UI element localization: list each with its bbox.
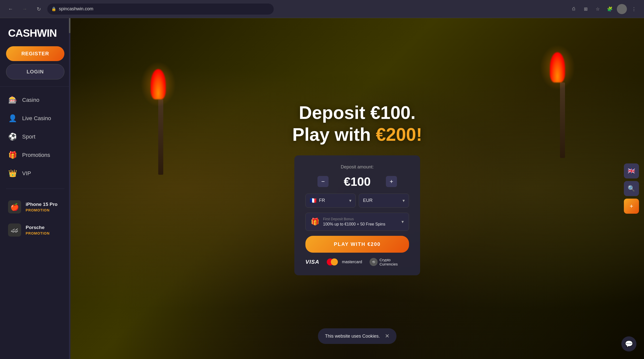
porsche-promo-tag: PROMOTION — [26, 231, 50, 235]
sidebar-item-casino[interactable]: 🎰 Casino — [0, 91, 70, 109]
search-icon: 🔍 — [628, 185, 635, 192]
deposit-card: Deposit amount: − €100 + 🇫🇷 FR ▾ EUR ▾ — [294, 155, 420, 275]
iphone-promo-name: iPhone 15 Pro — [26, 202, 58, 207]
bonus-box[interactable]: 🎁 First Deposit Bonus 100% up to €1000 +… — [305, 213, 409, 231]
browser-address-bar[interactable]: 🔒 spincashwin.com — [47, 4, 274, 15]
sidebar-item-live-casino[interactable]: 👤 Live Casino — [0, 109, 70, 127]
deposit-amount-row: − €100 + — [305, 175, 409, 189]
payment-methods: VISA mastercard ⟲ Crypto Currencies — [305, 258, 409, 266]
register-button[interactable]: REGISTER — [6, 46, 64, 61]
lock-icon: 🔒 — [51, 7, 56, 11]
cookie-notice: This website uses Cookies. ✕ — [318, 328, 396, 344]
browser-refresh-button[interactable]: ↻ — [33, 4, 44, 15]
casino-icon: 🎰 — [8, 96, 17, 104]
chat-button[interactable]: 💬 — [621, 336, 636, 351]
sidebar-logo: CASHWIN — [0, 18, 70, 46]
browser-forward-button[interactable]: → — [19, 4, 30, 15]
browser-extensions-button[interactable]: 🧩 — [605, 4, 615, 14]
deposit-label: Deposit amount: — [305, 164, 409, 170]
content-area: Deposit €100. Play with €200! Deposit am… — [70, 18, 644, 359]
country-chevron-icon: ▾ — [349, 198, 351, 203]
porsche-promo-icon: 🏎 — [8, 223, 21, 237]
bonus-icon: 🎁 — [311, 217, 319, 226]
browser-back-button[interactable]: ← — [5, 4, 16, 15]
sidebar-item-sport[interactable]: ⚽ Sport — [0, 127, 70, 146]
hero-content: Deposit €100. Play with €200! Deposit am… — [70, 18, 644, 359]
browser-cast-button[interactable]: ⎙ — [569, 4, 579, 14]
mastercard-payment: mastercard — [327, 258, 362, 265]
play-button[interactable]: PLAY WITH €200 — [305, 236, 409, 253]
vip-icon: 👑 — [8, 169, 17, 177]
bonus-text: First Deposit Bonus 100% up to €1000 + 5… — [323, 217, 398, 227]
sidebar-divider — [6, 189, 64, 189]
hero-title: Deposit €100. Play with €200! — [292, 102, 422, 145]
sidebar-item-vip[interactable]: 👑 VIP — [0, 164, 70, 183]
search-button[interactable]: 🔍 — [624, 181, 639, 196]
currency-select[interactable]: EUR ▾ — [359, 194, 409, 208]
iphone-promo-item[interactable]: 🍎 iPhone 15 Pro PROMOTION — [0, 196, 70, 218]
sidebar-item-promotions[interactable]: 🎁 Promotions — [0, 146, 70, 164]
sidebar-promotions: 🍎 iPhone 15 Pro PROMOTION 🏎 Porsche PROM… — [0, 191, 70, 246]
sidebar: CASHWIN REGISTER LOGIN 🎰 Casino 👤 Live C… — [0, 18, 70, 359]
right-float-panel: 🇬🇧 🔍 + — [624, 163, 639, 214]
sidebar-scroll-thumb — [69, 18, 70, 33]
language-button[interactable]: 🇬🇧 — [624, 163, 639, 178]
increase-amount-button[interactable]: + — [386, 176, 397, 187]
cookie-message: This website uses Cookies. — [325, 334, 380, 339]
promotions-icon: 🎁 — [8, 151, 17, 159]
mastercard-orange-circle — [331, 258, 338, 265]
sidebar-item-sport-label: Sport — [22, 133, 35, 140]
sidebar-nav: 🎰 Casino 👤 Live Casino ⚽ Sport 🎁 Promoti… — [0, 86, 70, 187]
login-button[interactable]: LOGIN — [6, 64, 64, 79]
sidebar-buttons: REGISTER LOGIN — [0, 46, 70, 86]
bonus-title: First Deposit Bonus — [323, 217, 398, 221]
iphone-promo-icon: 🍎 — [8, 200, 21, 213]
country-flag: 🇫🇷 — [310, 197, 316, 204]
cookie-close-button[interactable]: ✕ — [385, 333, 389, 339]
sport-icon: ⚽ — [8, 132, 17, 141]
browser-bookmark-button[interactable]: ☆ — [593, 4, 603, 14]
browser-menu-button[interactable]: ⋮ — [629, 4, 639, 14]
sidebar-item-live-casino-label: Live Casino — [22, 115, 51, 122]
crypto-payment: ⟲ Crypto Currencies — [370, 258, 409, 266]
crypto-icon: ⟲ — [370, 258, 377, 266]
sidebar-item-vip-label: VIP — [22, 170, 31, 177]
hero-title-line2-highlight: €200! — [376, 124, 422, 145]
iphone-promo-text: iPhone 15 Pro PROMOTION — [26, 202, 58, 212]
country-code: FR — [319, 198, 325, 203]
currency-chevron-icon: ▾ — [403, 198, 405, 203]
visa-logo: VISA — [305, 259, 319, 265]
browser-chrome: ← → ↻ 🔒 spincashwin.com ⎙ ⊞ ☆ 🧩 ⋮ — [0, 0, 644, 18]
sidebar-item-casino-label: Casino — [22, 97, 39, 103]
logo-text: CASHWIN — [8, 27, 57, 39]
sidebar-item-promotions-label: Promotions — [22, 152, 50, 158]
porsche-promo-text: Porsche PROMOTION — [26, 225, 50, 235]
sidebar-scrollbar[interactable] — [69, 18, 70, 359]
main-layout: CASHWIN REGISTER LOGIN 🎰 Casino 👤 Live C… — [0, 18, 644, 359]
iphone-promo-tag: PROMOTION — [26, 208, 58, 212]
porsche-promo-name: Porsche — [26, 225, 50, 230]
add-button[interactable]: + — [624, 199, 639, 214]
crypto-label: Crypto Currencies — [380, 258, 409, 266]
bonus-desc: 100% up to €1000 + 50 Free Spins — [323, 222, 398, 227]
live-casino-icon: 👤 — [8, 114, 17, 122]
browser-right-icons: ⎙ ⊞ ☆ 🧩 ⋮ — [569, 4, 639, 14]
browser-url: spincashwin.com — [59, 6, 93, 12]
mastercard-logo — [327, 258, 338, 265]
country-select[interactable]: 🇫🇷 FR ▾ — [305, 194, 356, 208]
deposit-selects: 🇫🇷 FR ▾ EUR ▾ — [305, 194, 409, 208]
browser-translate-button[interactable]: ⊞ — [581, 4, 591, 14]
hero-title-line1: Deposit €100. — [299, 103, 416, 123]
hero-title-line2-plain: Play with — [292, 124, 376, 145]
browser-profile-button[interactable] — [617, 4, 627, 14]
deposit-amount-value: €100 — [335, 175, 380, 189]
porsche-promo-item[interactable]: 🏎 Porsche PROMOTION — [0, 219, 70, 241]
chat-icon: 💬 — [625, 340, 633, 348]
mastercard-label: mastercard — [342, 260, 362, 264]
visa-payment: VISA — [305, 259, 319, 265]
uk-flag-icon: 🇬🇧 — [628, 167, 635, 174]
decrease-amount-button[interactable]: − — [317, 176, 329, 187]
bonus-chevron-icon: ▾ — [401, 219, 404, 225]
currency-value: EUR — [363, 198, 373, 203]
